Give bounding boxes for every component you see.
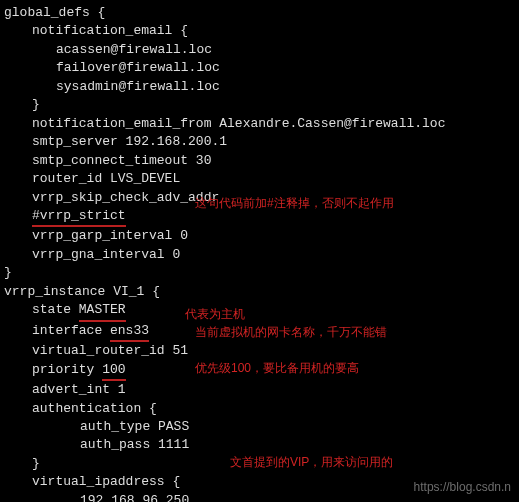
- code-line: auth_pass 1111: [4, 436, 519, 454]
- annotation-interface: 当前虚拟机的网卡名称，千万不能错: [195, 324, 387, 341]
- code-line: smtp_server 192.168.200.1: [4, 133, 519, 151]
- watermark: https://blog.csdn.n: [414, 479, 511, 496]
- highlight-vip: 192.168.96.250: [80, 492, 189, 502]
- code-line: failover@firewall.loc: [4, 59, 519, 77]
- code-line: vrrp_gna_interval 0: [4, 246, 519, 264]
- code-line: }: [4, 96, 519, 114]
- code-line: state MASTER: [4, 301, 519, 321]
- code-line: smtp_connect_timeout 30: [4, 152, 519, 170]
- highlight-ens33: ens33: [110, 322, 149, 342]
- code-line: auth_type PASS: [4, 418, 519, 436]
- highlight-master: MASTER: [79, 301, 126, 321]
- code-line: vrrp_instance VI_1 {: [4, 283, 519, 301]
- annotation-priority: 优先级100，要比备用机的要高: [195, 360, 359, 377]
- code-line: virtual_router_id 51: [4, 342, 519, 360]
- highlight-vrrp-strict: #vrrp_strict: [32, 207, 126, 227]
- code-line: acassen@firewall.loc: [4, 41, 519, 59]
- code-line: router_id LVS_DEVEL: [4, 170, 519, 188]
- code-line: }: [4, 264, 519, 282]
- code-line: sysadmin@firewall.loc: [4, 78, 519, 96]
- code-line: authentication {: [4, 400, 519, 418]
- highlight-priority: 100: [102, 361, 125, 381]
- code-line: global_defs {: [4, 4, 519, 22]
- code-line: notification_email {: [4, 22, 519, 40]
- annotation-master: 代表为主机: [185, 306, 245, 323]
- code-line: notification_email_from Alexandre.Cassen…: [4, 115, 519, 133]
- code-line: vrrp_garp_interval 0: [4, 227, 519, 245]
- annotation-vip: 文首提到的VIP，用来访问用的: [230, 454, 393, 471]
- code-line: advert_int 1: [4, 381, 519, 399]
- annotation-strict: 这句代码前加#注释掉，否则不起作用: [195, 195, 394, 212]
